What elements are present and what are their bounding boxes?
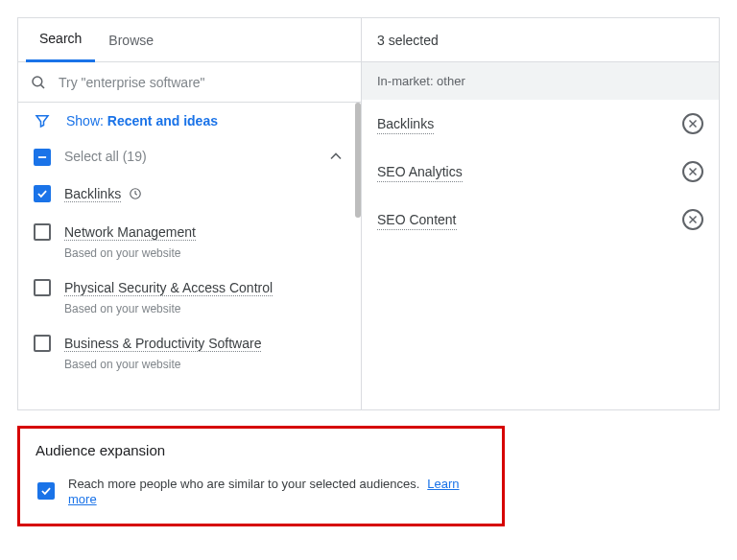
audience-list: Show: Recent and ideas Select all (19)	[18, 103, 361, 409]
svg-line-1	[41, 84, 44, 87]
item-body: Network Management Based on your website	[64, 222, 345, 260]
list-item[interactable]: Network Management Based on your website	[18, 214, 361, 269]
left-column: Search Browse Show: Recent and ideas	[18, 18, 362, 409]
selected-item-title: SEO Content	[377, 210, 457, 230]
expansion-checkbox[interactable]	[37, 482, 55, 500]
selected-item-title: SEO Analytics	[377, 162, 463, 182]
audience-panel: Search Browse Show: Recent and ideas	[17, 17, 720, 410]
selected-item: Backlinks	[362, 100, 719, 148]
filter-show-prefix: Show:	[66, 113, 107, 128]
select-all-label: Select all (19)	[64, 149, 147, 164]
check-icon	[39, 484, 53, 498]
checkbox[interactable]	[34, 279, 51, 296]
close-icon	[687, 214, 699, 225]
close-icon	[687, 118, 699, 129]
filter-icon	[34, 112, 51, 129]
item-body: Physical Security & Access Control Based…	[64, 277, 345, 315]
selected-item: SEO Content	[362, 196, 719, 244]
item-subtitle: Based on your website	[64, 246, 345, 260]
clock-icon	[129, 187, 142, 200]
tab-search[interactable]: Search	[26, 18, 95, 62]
chevron-up-icon[interactable]	[326, 147, 345, 166]
selected-count: 3 selected	[362, 18, 719, 62]
right-column: 3 selected In-market: other Backlinks SE…	[362, 18, 719, 409]
item-body: Business & Productivity Software Based o…	[64, 333, 345, 371]
expansion-wrap: Audience expansion Reach more people who…	[17, 426, 720, 526]
selected-item-title: Backlinks	[377, 114, 434, 134]
select-all-row[interactable]: Select all (19)	[18, 139, 361, 175]
remove-button[interactable]	[682, 209, 703, 230]
indeterminate-icon	[36, 151, 49, 164]
remove-button[interactable]	[682, 161, 703, 182]
selected-item: SEO Analytics	[362, 148, 719, 196]
search-input[interactable]	[57, 74, 349, 91]
search-icon	[30, 74, 47, 91]
select-all-checkbox[interactable]	[34, 149, 51, 166]
expansion-row: Reach more people who are similar to you…	[36, 476, 487, 506]
item-title: Physical Security & Access Control	[64, 280, 273, 296]
list-item[interactable]: Backlinks	[18, 175, 361, 214]
expansion-title: Audience expansion	[36, 442, 487, 458]
list-item[interactable]: Physical Security & Access Control Based…	[18, 269, 361, 325]
scrollbar[interactable]	[355, 103, 361, 218]
item-body: Backlinks	[64, 183, 345, 204]
svg-rect-2	[38, 156, 46, 158]
item-title: Network Management	[64, 224, 196, 241]
tab-bar: Search Browse	[18, 18, 361, 62]
filter-label: Show: Recent and ideas	[66, 113, 218, 128]
audience-expansion-box: Audience expansion Reach more people who…	[17, 426, 505, 526]
list-item[interactable]: Business & Productivity Software Based o…	[18, 325, 361, 381]
tab-browse[interactable]: Browse	[95, 18, 167, 62]
checkbox[interactable]	[34, 335, 51, 352]
svg-point-0	[33, 77, 42, 86]
item-subtitle: Based on your website	[64, 358, 345, 371]
checkbox[interactable]	[34, 223, 51, 241]
expansion-text-wrap: Reach more people who are similar to you…	[68, 476, 487, 506]
filter-show-value: Recent and ideas	[107, 113, 218, 128]
item-subtitle: Based on your website	[64, 302, 345, 315]
checkbox[interactable]	[34, 185, 51, 202]
close-icon	[687, 166, 699, 177]
item-title: Backlinks	[64, 186, 121, 202]
check-icon	[36, 187, 49, 200]
expansion-text: Reach more people who are similar to you…	[68, 477, 419, 491]
selected-category: In-market: other	[362, 62, 719, 100]
search-row	[18, 62, 361, 103]
item-title: Business & Productivity Software	[64, 336, 261, 352]
filter-row[interactable]: Show: Recent and ideas	[18, 103, 361, 139]
remove-button[interactable]	[682, 113, 703, 134]
